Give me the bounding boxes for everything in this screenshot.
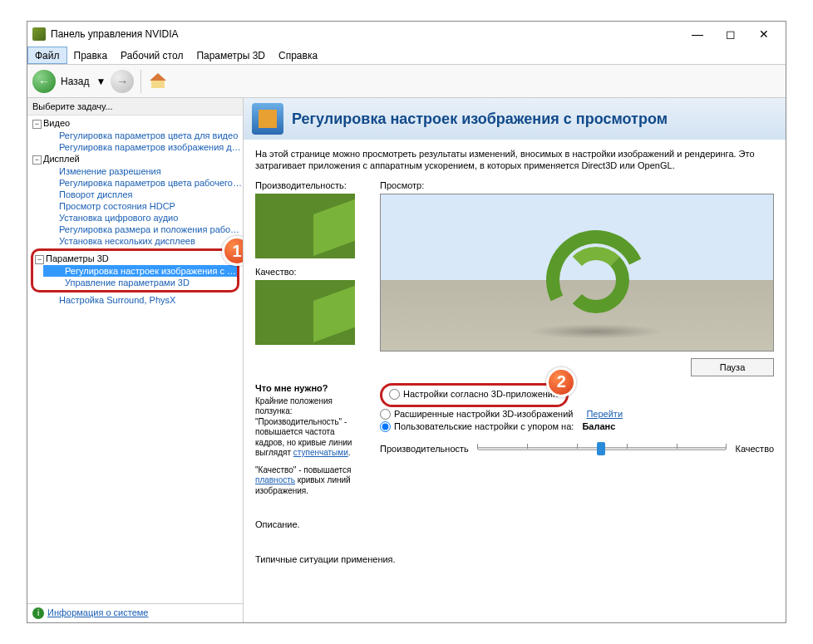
- hints-p2: "Качество" - повышается плавность кривых…: [255, 465, 363, 497]
- back-label: Назад: [61, 76, 89, 87]
- home-icon[interactable]: [148, 71, 168, 91]
- titlebar: Панель управления NVIDIA — ◻ ✕: [27, 22, 786, 47]
- performance-thumbnail: [255, 194, 355, 258]
- forward-button[interactable]: →: [111, 70, 134, 93]
- system-info-link[interactable]: Информация о системе: [47, 607, 148, 617]
- radio-advanced[interactable]: Расширенные настройки 3D-изображенийПере…: [380, 409, 774, 420]
- tree-3d[interactable]: −Параметры 3D: [33, 253, 237, 265]
- preview-label: Просмотр:: [380, 180, 774, 190]
- menu-file[interactable]: Файл: [27, 47, 67, 64]
- page-title: Регулировка настроек изображения с просм…: [292, 111, 668, 128]
- quality-thumbnail: [255, 280, 355, 345]
- tree-resolution[interactable]: Изменение разрешения: [37, 165, 243, 177]
- back-dropdown[interactable]: ▼: [96, 76, 106, 87]
- content-area: Выберите задачу... −Видео Регулировка па…: [27, 98, 786, 622]
- tree-video-color[interactable]: Регулировка параметров цвета для видео: [37, 130, 243, 141]
- tree-desktop-color[interactable]: Регулировка параметров цвета рабочего ст…: [37, 177, 243, 189]
- maximize-button[interactable]: ◻: [714, 24, 747, 44]
- menubar: Файл Правка Рабочий стол Параметры 3D Сп…: [27, 47, 786, 65]
- tree-video-image[interactable]: Регулировка параметров изображения для в…: [37, 141, 243, 153]
- link-stepped[interactable]: ступенчатыми: [293, 448, 348, 457]
- info-icon: i: [32, 607, 44, 619]
- menu-edit[interactable]: Правка: [67, 47, 115, 64]
- window-title: Панель управления NVIDIA: [51, 28, 681, 40]
- sidebar-header: Выберите задачу...: [27, 98, 243, 116]
- tree-audio[interactable]: Установка цифрового аудио: [37, 212, 243, 224]
- tree-surround[interactable]: Настройка Surround, PhysX: [37, 294, 243, 306]
- pause-button[interactable]: Пауза: [691, 358, 774, 376]
- minimize-button[interactable]: —: [681, 24, 714, 44]
- highlight-3d-section: 1 −Параметры 3D Регулировка настроек изо…: [31, 248, 239, 293]
- page-header: Регулировка настроек изображения с просм…: [244, 98, 786, 140]
- radio-per-app[interactable]: Настройки согласно 3D-приложению: [389, 389, 559, 400]
- preview-viewport: [380, 194, 774, 351]
- tree-hdcp[interactable]: Просмотр состояния HDCP: [37, 200, 243, 212]
- app-window: Панель управления NVIDIA — ◻ ✕ Файл Прав…: [27, 21, 786, 623]
- radio-group: 2 Настройки согласно 3D-приложению Расши…: [380, 383, 774, 504]
- preview-column: Просмотр: Пауза: [380, 180, 774, 383]
- main-panel: Регулировка настроек изображения с просм…: [244, 98, 786, 622]
- slider-right-label: Качество: [735, 444, 774, 454]
- quality-slider[interactable]: [477, 440, 727, 457]
- description-heading: Описание.: [255, 519, 774, 529]
- intro-text: На этой странице можно просмотреть резул…: [255, 148, 774, 172]
- slider-left-label: Производительность: [380, 444, 469, 454]
- link-smooth[interactable]: плавность: [255, 475, 295, 484]
- tree-size-pos[interactable]: Регулировка размера и положения рабочего…: [37, 224, 243, 235]
- highlight-radio-1: 2 Настройки согласно 3D-приложению: [380, 383, 569, 407]
- page-header-icon: [252, 103, 283, 135]
- close-button[interactable]: ✕: [747, 24, 781, 44]
- tree-rotate[interactable]: Поворот дисплея: [37, 189, 243, 200]
- tree-image-adjust[interactable]: Регулировка настроек изображения с просм…: [43, 265, 237, 277]
- tree-display[interactable]: −Дисплей: [27, 153, 243, 165]
- toolbar-separator: [140, 70, 141, 93]
- app-icon: [32, 27, 46, 41]
- page-body: На этой странице можно просмотреть резул…: [244, 140, 786, 622]
- task-tree: −Видео Регулировка параметров цвета для …: [27, 116, 243, 603]
- typical-heading: Типичные ситуации применения.: [255, 554, 774, 564]
- menu-3d[interactable]: Параметры 3D: [190, 47, 272, 64]
- go-link[interactable]: Перейти: [586, 409, 623, 419]
- hints-column: Что мне нужно? Крайние положения ползунк…: [255, 383, 363, 504]
- radio-custom[interactable]: Пользовательские настройки с упором на:Б…: [380, 421, 774, 432]
- tree-manage-3d[interactable]: Управление параметрами 3D: [43, 277, 237, 288]
- slider-thumb[interactable]: [597, 442, 605, 455]
- quality-slider-row: Производительность Качество: [380, 440, 774, 457]
- hints-title: Что мне нужно?: [255, 383, 363, 393]
- tree-multi-display[interactable]: Установка нескольких дисплеев: [37, 235, 243, 247]
- tree-video[interactable]: −Видео: [27, 117, 243, 130]
- toolbar: ← Назад ▼ →: [27, 65, 786, 98]
- annotation-badge-2: 2: [546, 367, 576, 397]
- hints-p1: Крайние положения ползунка: "Производите…: [255, 396, 363, 459]
- menu-help[interactable]: Справка: [272, 47, 324, 64]
- balance-value: Баланс: [582, 421, 615, 431]
- quality-label: Качество:: [255, 267, 363, 277]
- menu-desktop[interactable]: Рабочий стол: [114, 47, 190, 64]
- performance-label: Производительность:: [255, 180, 363, 190]
- sidebar: Выберите задачу... −Видео Регулировка па…: [27, 98, 244, 622]
- sidebar-footer: iИнформация о системе: [27, 603, 243, 622]
- thumbnails-column: Производительность: Качество:: [255, 180, 363, 383]
- back-button[interactable]: ←: [32, 70, 56, 93]
